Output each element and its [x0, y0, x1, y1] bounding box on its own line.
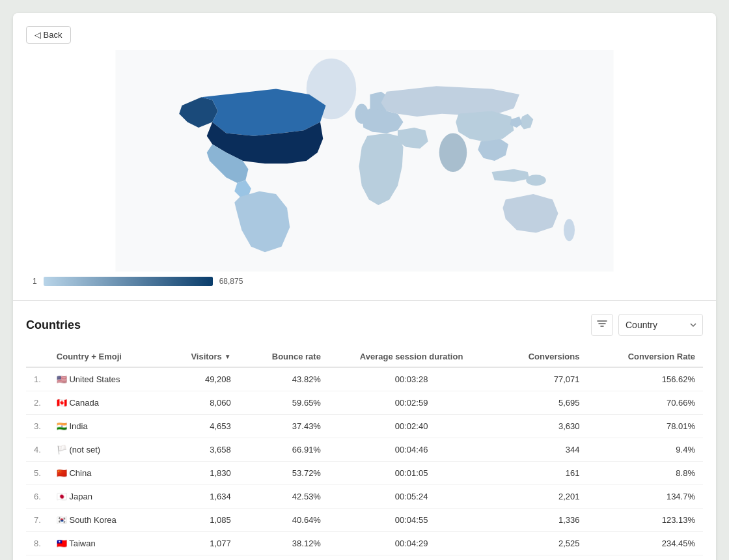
row-conversions: 2,525 [494, 532, 587, 555]
col-bounce-rate: Bounce rate [239, 346, 329, 367]
row-conversion-rate: 9.4% [587, 438, 703, 462]
country-filter-select[interactable]: Country City Region [618, 314, 703, 336]
svg-point-3 [439, 133, 467, 173]
table-column-headers: Country + Emoji Visitors ▼ Bounce rate A… [26, 346, 703, 367]
row-conversions: 1,336 [494, 509, 587, 532]
row-conversions: 344 [494, 438, 587, 462]
legend-max: 68,875 [219, 277, 243, 286]
row-num: 5. [26, 462, 49, 485]
legend-bar [44, 277, 213, 286]
world-map [26, 50, 703, 272]
row-country: 🇹🇼 Taiwan [49, 532, 161, 555]
row-conversions: 5,695 [494, 391, 587, 415]
row-bounce-rate: 66.91% [239, 438, 329, 462]
table-row: 8. 🇹🇼 Taiwan 1,077 38.12% 00:04:29 2,525… [26, 532, 703, 555]
row-bounce-rate: 43.82% [239, 367, 329, 391]
row-num: 6. [26, 485, 49, 509]
row-conversions: 3,630 [494, 415, 587, 438]
filter-icon [597, 320, 607, 329]
row-visitors: 49,208 [161, 367, 239, 391]
row-conversions: 2,201 [494, 485, 587, 509]
row-country: 🇯🇵 Japan [49, 485, 161, 509]
map-svg [26, 50, 703, 272]
col-visitors[interactable]: Visitors ▼ [161, 346, 239, 367]
col-avg-session: Average session duration [329, 346, 494, 367]
row-country: 🇨🇦 Canada [49, 391, 161, 415]
row-avg-session: 00:04:46 [329, 438, 494, 462]
col-country: Country + Emoji [49, 346, 161, 367]
row-num: 3. [26, 415, 49, 438]
table-section: Countries Country City Region Country [13, 301, 716, 560]
row-conversion-rate: 70.66% [587, 391, 703, 415]
row-bounce-rate: 59.65% [239, 391, 329, 415]
row-conversion-rate: 134.7% [587, 485, 703, 509]
row-country: 🇰🇷 South Korea [49, 509, 161, 532]
row-conversion-rate: 123.13% [587, 509, 703, 532]
row-avg-session: 00:05:24 [329, 485, 494, 509]
legend-min: 1 [33, 277, 37, 286]
row-conversion-rate: 8.8% [587, 462, 703, 485]
col-conversions: Conversions [494, 346, 587, 367]
row-visitors: 1,077 [161, 532, 239, 555]
row-conversions: 77,071 [494, 367, 587, 391]
map-section: ◁ Back [13, 13, 716, 292]
table-header-row: Countries Country City Region [26, 314, 703, 336]
row-conversion-rate: 234.45% [587, 532, 703, 555]
row-avg-session: 00:02:40 [329, 415, 494, 438]
filter-icon-button[interactable] [591, 314, 613, 336]
table-row: 3. 🇮🇳 India 4,653 37.43% 00:02:40 3,630 … [26, 415, 703, 438]
row-num: 4. [26, 438, 49, 462]
row-bounce-rate: 42.53% [239, 485, 329, 509]
row-visitors: 8,060 [161, 391, 239, 415]
section-title: Countries [26, 318, 81, 332]
row-bounce-rate: 53.72% [239, 462, 329, 485]
back-button[interactable]: ◁ Back [26, 26, 71, 44]
row-num: 2. [26, 391, 49, 415]
countries-table: Country + Emoji Visitors ▼ Bounce rate A… [26, 346, 703, 555]
row-country: 🇮🇳 India [49, 415, 161, 438]
table-row: 5. 🇨🇳 China 1,830 53.72% 00:01:05 161 8.… [26, 462, 703, 485]
row-avg-session: 00:03:28 [329, 367, 494, 391]
row-bounce-rate: 37.43% [239, 415, 329, 438]
svg-point-4 [564, 219, 575, 241]
row-num: 8. [26, 532, 49, 555]
table-row: 1. 🇺🇸 United States 49,208 43.82% 00:03:… [26, 367, 703, 391]
map-legend: 1 68,875 [26, 277, 703, 286]
main-container: ◁ Back [13, 13, 716, 560]
row-visitors: 1,634 [161, 485, 239, 509]
row-num: 7. [26, 509, 49, 532]
table-row: 7. 🇰🇷 South Korea 1,085 40.64% 00:04:55 … [26, 509, 703, 532]
row-avg-session: 00:02:59 [329, 391, 494, 415]
row-country: 🇺🇸 United States [49, 367, 161, 391]
table-row: 6. 🇯🇵 Japan 1,634 42.53% 00:05:24 2,201 … [26, 485, 703, 509]
row-num: 1. [26, 367, 49, 391]
row-visitors: 1,085 [161, 509, 239, 532]
row-avg-session: 00:01:05 [329, 462, 494, 485]
row-conversion-rate: 78.01% [587, 415, 703, 438]
row-conversion-rate: 156.62% [587, 367, 703, 391]
filter-group: Country City Region [591, 314, 703, 336]
row-visitors: 3,658 [161, 438, 239, 462]
table-row: 2. 🇨🇦 Canada 8,060 59.65% 00:02:59 5,695… [26, 391, 703, 415]
table-body: 1. 🇺🇸 United States 49,208 43.82% 00:03:… [26, 367, 703, 555]
row-country: 🇨🇳 China [49, 462, 161, 485]
row-conversions: 161 [494, 462, 587, 485]
row-bounce-rate: 40.64% [239, 509, 329, 532]
sort-arrow: ▼ [225, 353, 231, 360]
row-avg-session: 00:04:55 [329, 509, 494, 532]
row-bounce-rate: 38.12% [239, 532, 329, 555]
row-country: 🏳️ (not set) [49, 438, 161, 462]
svg-point-5 [526, 175, 546, 186]
table-row: 4. 🏳️ (not set) 3,658 66.91% 00:04:46 34… [26, 438, 703, 462]
row-avg-session: 00:04:29 [329, 532, 494, 555]
col-conversion-rate: Conversion Rate [587, 346, 703, 367]
col-num [26, 346, 49, 367]
row-visitors: 4,653 [161, 415, 239, 438]
row-visitors: 1,830 [161, 462, 239, 485]
